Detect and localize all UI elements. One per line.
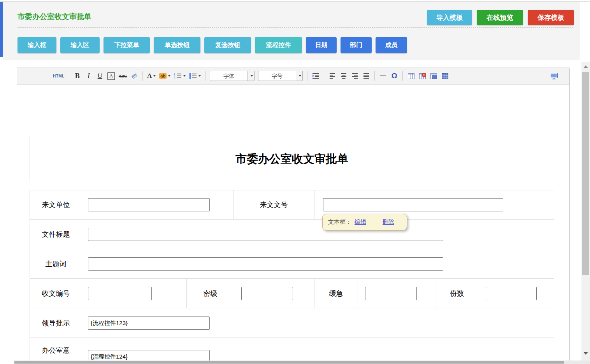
- up-arrow-icon: [583, 65, 588, 68]
- online-preview-button[interactable]: 在线预览: [477, 10, 523, 25]
- italic-button[interactable]: I: [85, 71, 93, 81]
- highlight-ab-icon: ab: [159, 73, 167, 79]
- indent-icon: [312, 73, 320, 79]
- chevron-down-icon: [153, 75, 156, 77]
- add-dropdown-button[interactable]: 下拉菜单: [104, 37, 150, 53]
- highlight-color-button[interactable]: ab: [159, 71, 170, 81]
- vertical-scrollbar-thumb[interactable]: [582, 72, 589, 275]
- doc-number-input[interactable]: [323, 198, 503, 211]
- bold-button[interactable]: B: [74, 71, 81, 81]
- fullscreen-button[interactable]: [550, 71, 558, 81]
- table-delete-icon: ×: [419, 73, 426, 79]
- toolbar-separator: [324, 71, 324, 81]
- remove-format-button[interactable]: [130, 71, 138, 81]
- add-radio-button[interactable]: 单选按钮: [154, 37, 200, 53]
- font-size-select[interactable]: 字号: [258, 71, 303, 81]
- cell-secrecy: [234, 279, 314, 308]
- align-left-button[interactable]: [328, 71, 336, 81]
- font-family-value: 字体: [210, 71, 248, 81]
- field-edit-tooltip: 文本框： 编辑 删除: [322, 214, 407, 230]
- cell-urgency: [358, 279, 437, 308]
- edit-field-link[interactable]: 编辑: [355, 218, 366, 226]
- label-secrecy: 密级: [186, 279, 234, 308]
- add-flow-control-button[interactable]: 流程控件: [255, 37, 302, 53]
- editor-toolbar: HTML B I U A ABC A ab 1 2 3: [17, 67, 569, 85]
- underline-button[interactable]: U: [96, 71, 104, 81]
- add-department-button[interactable]: 部门: [341, 37, 372, 53]
- page-title: 市委办公室收文审批单: [18, 12, 91, 22]
- cell-doc-title: [82, 220, 554, 249]
- align-justify-button[interactable]: [362, 71, 370, 81]
- toolbar-separator: [69, 71, 69, 81]
- font-size-value: 字号: [258, 71, 296, 81]
- table-row: 领导批示: [30, 308, 554, 338]
- align-right-icon: [352, 73, 358, 79]
- table-filled-grid-icon: [442, 73, 448, 79]
- label-source-unit: 来文单位: [30, 190, 82, 219]
- svg-text:3: 3: [174, 77, 175, 79]
- ordered-list-button[interactable]: 1 2 3: [174, 71, 186, 81]
- select-arrow-button[interactable]: [248, 71, 254, 81]
- leader-comment-input[interactable]: [88, 317, 210, 330]
- add-input-box-button[interactable]: 输入框: [18, 37, 56, 53]
- table-row: 来文单位 来文文号: [30, 190, 554, 219]
- font-color-button[interactable]: A: [147, 71, 156, 81]
- editor-content-area[interactable]: 市委办公室收文审批单 来文单位 来文文号 文件标题: [17, 85, 569, 364]
- chevron-down-icon: [299, 75, 301, 77]
- save-template-button[interactable]: 保存模板: [528, 10, 574, 25]
- special-char-button[interactable]: Ω: [390, 71, 398, 81]
- strikethrough-button[interactable]: ABC: [119, 71, 127, 81]
- table-cell-properties-button[interactable]: [430, 71, 437, 81]
- toolbar-separator: [205, 71, 205, 81]
- toolbar-separator: [374, 71, 375, 81]
- font-family-select[interactable]: 字体: [210, 71, 255, 81]
- indent-button[interactable]: [312, 71, 320, 81]
- keywords-input[interactable]: [88, 257, 443, 271]
- chevron-down-icon: [183, 75, 186, 77]
- urgency-input[interactable]: [365, 287, 417, 300]
- insert-table-button[interactable]: [407, 71, 415, 81]
- html-source-button[interactable]: HTML: [53, 71, 65, 81]
- label-keywords: 主题词: [30, 249, 82, 279]
- add-checkbox-button[interactable]: 复选按钮: [204, 37, 251, 53]
- source-unit-input[interactable]: [88, 198, 210, 211]
- add-textarea-button[interactable]: 输入区: [60, 37, 100, 53]
- table-grid-button[interactable]: [441, 71, 449, 81]
- horizontal-scrollbar-thumb[interactable]: [14, 361, 564, 364]
- vertical-scrollbar[interactable]: [581, 62, 590, 360]
- scroll-up-arrow[interactable]: [581, 64, 590, 69]
- label-doc-number: 来文文号: [233, 190, 314, 219]
- scrollbar-corner: [0, 360, 14, 364]
- toolbar-separator: [402, 71, 403, 81]
- add-member-button[interactable]: 成员: [376, 37, 407, 53]
- scroll-down-arrow[interactable]: [581, 350, 590, 356]
- receive-no-input[interactable]: [88, 287, 152, 300]
- align-center-icon: [341, 73, 347, 79]
- boxed-a-icon: A: [107, 72, 115, 80]
- tooltip-label: 文本框：: [328, 218, 351, 226]
- copies-input[interactable]: [486, 287, 537, 300]
- toolbar-separator: [307, 71, 307, 81]
- format-block-button[interactable]: A: [107, 71, 115, 81]
- rich-text-editor: HTML B I U A ABC A ab 1 2 3: [17, 67, 570, 364]
- horizontal-scrollbar[interactable]: [0, 360, 590, 364]
- cell-copies: [477, 279, 554, 308]
- delete-table-button[interactable]: ×: [418, 71, 426, 81]
- import-template-button[interactable]: 导入模板: [427, 10, 472, 25]
- table-merged-cell-icon: [430, 73, 437, 79]
- control-buttons-row: 输入框 输入区 下拉菜单 单选按钮 复选按钮 流程控件 日期 部门 成员: [18, 37, 407, 53]
- ordered-list-icon: 1 2 3: [174, 73, 182, 79]
- horizontal-rule-button[interactable]: —: [379, 71, 387, 81]
- align-left-icon: [329, 73, 335, 79]
- label-doc-title: 文件标题: [30, 220, 82, 249]
- toolbar-separator: [142, 71, 143, 81]
- unordered-list-button[interactable]: [189, 71, 201, 81]
- align-center-button[interactable]: [340, 71, 348, 81]
- delete-field-link[interactable]: 删除: [383, 218, 394, 226]
- chevron-down-icon: [251, 75, 253, 77]
- secrecy-input[interactable]: [241, 287, 293, 300]
- label-receive-no: 收文编号: [30, 279, 82, 308]
- add-date-button[interactable]: 日期: [306, 37, 337, 53]
- select-arrow-button[interactable]: [296, 71, 302, 81]
- align-right-button[interactable]: [351, 71, 359, 81]
